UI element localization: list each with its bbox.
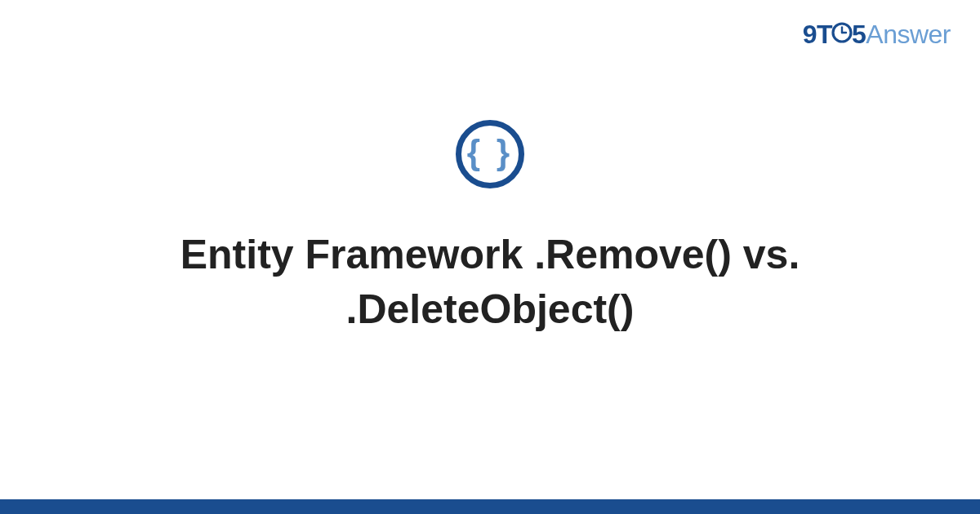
footer-bar bbox=[0, 499, 980, 514]
code-braces-icon: { } bbox=[456, 120, 524, 188]
braces-glyph: { } bbox=[467, 135, 513, 170]
page-title: Entity Framework .Remove() vs. .DeleteOb… bbox=[82, 228, 898, 338]
content-wrapper: { } Entity Framework .Remove() vs. .Dele… bbox=[0, 0, 980, 514]
